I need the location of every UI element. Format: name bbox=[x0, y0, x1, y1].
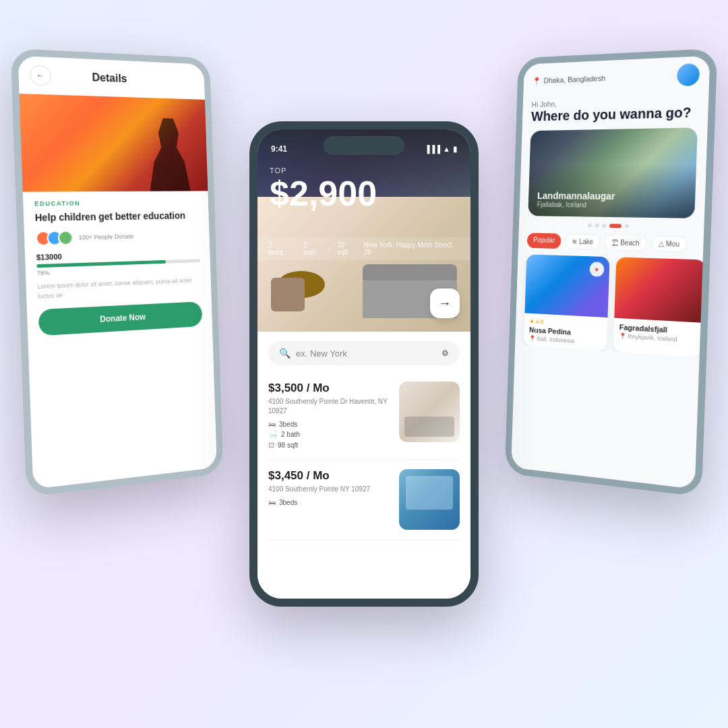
sep1: | bbox=[295, 245, 297, 253]
place-card-1[interactable]: ♥ ★ 4.8 Nusa Pedina 📍 Bali, Indonesia bbox=[524, 254, 610, 351]
notch bbox=[324, 136, 404, 155]
loc-pin-1: 📍 bbox=[528, 335, 535, 342]
mountain-icon: △ bbox=[659, 240, 665, 247]
silhouette bbox=[142, 118, 195, 191]
hero-bath: 2 bath bbox=[303, 241, 322, 256]
search-placeholder: ex. New York bbox=[296, 348, 436, 359]
place-card-2[interactable]: Fagradalsfjall 📍 Reykjavik, Iceland bbox=[613, 257, 703, 357]
right-greeting: Hi John, Where do you wanna go? bbox=[522, 92, 709, 131]
listing-beds-2: 🛏 3beds bbox=[268, 498, 391, 506]
bath-icon-1: 🛁 bbox=[268, 430, 278, 439]
campaign-title: Help children get better education bbox=[35, 210, 200, 224]
right-phone-content: 📍 Dhaka, Bangladesh Hi John, Where do yo… bbox=[511, 56, 710, 489]
back-button[interactable]: ← bbox=[30, 65, 51, 86]
hero-text: TOP $2,900 bbox=[270, 166, 377, 211]
left-phone-content: ← Details EDUCATION Help children get be… bbox=[18, 56, 217, 489]
wifi-icon: ▲ bbox=[443, 145, 450, 153]
room-chair bbox=[271, 278, 305, 311]
phone-center: 9:41 ▐▐▐ ▲ ▮ TOP $2,900 2 beds | 2 b bbox=[249, 121, 479, 607]
pin-icon: 📍 bbox=[533, 76, 541, 85]
beach-icon: ⛱ bbox=[611, 239, 618, 246]
place-image-1: ♥ bbox=[524, 254, 609, 317]
hero-sqft: 39 sqft bbox=[337, 241, 357, 256]
listing-features-2: 🛏 3beds bbox=[268, 498, 391, 506]
listing-card-2[interactable]: $3,450 / Mo 4100 Southernly Pointe NY 10… bbox=[268, 460, 460, 540]
hero-address: New York, Happy Meth Strect 29 bbox=[364, 241, 460, 256]
dot-5 bbox=[625, 224, 629, 228]
listing-address-1: 4100 Southernly Pointe Dr Haverstr, NY 1… bbox=[268, 397, 391, 416]
filter-tab-lake[interactable]: ≋ Lake bbox=[565, 234, 601, 250]
listing-thumbnail-1 bbox=[399, 382, 460, 442]
dot-1 bbox=[588, 223, 592, 227]
listing-features-1: 🛏 3beds 🛁 2 bath ⊡ 98 sqft bbox=[268, 420, 391, 450]
listing-price-2: $3,450 / Mo bbox=[268, 469, 391, 483]
donor-avatar-3 bbox=[58, 231, 73, 246]
loc-pin-2: 📍 bbox=[619, 332, 626, 340]
listing-address-2: 4100 Southernly Pointe NY 10927 bbox=[268, 485, 391, 494]
hero-price: $2,900 bbox=[270, 176, 377, 211]
status-time: 9:41 bbox=[271, 144, 287, 154]
right-header: 📍 Dhaka, Bangladesh bbox=[523, 56, 710, 98]
location-row: 📍 Dhaka, Bangladesh bbox=[533, 73, 606, 85]
hero-arrow-button[interactable]: → bbox=[430, 289, 460, 318]
lake-icon: ≋ bbox=[572, 238, 578, 245]
heart-icon-1[interactable]: ♥ bbox=[589, 262, 604, 277]
user-avatar[interactable] bbox=[677, 63, 700, 86]
listing-bath-1: 🛁 2 bath bbox=[268, 430, 391, 439]
left-header: ← Details bbox=[18, 56, 205, 100]
listing-price-1: $3,500 / Mo bbox=[268, 382, 391, 395]
star-icon: ★ bbox=[529, 318, 535, 325]
arrow-icon: → bbox=[439, 297, 451, 311]
carousel-dots bbox=[519, 222, 704, 230]
listing-beds-1: 🛏 3beds bbox=[268, 420, 391, 428]
sqft-icon-1: ⊡ bbox=[268, 441, 274, 450]
dot-4-active bbox=[609, 224, 621, 228]
battery-icon: ▮ bbox=[453, 145, 457, 154]
signal-icon: ▐▐▐ bbox=[425, 145, 440, 153]
destination-card[interactable]: Landmannalaugar Fjallabak, Iceland bbox=[528, 127, 698, 218]
filter-tab-mountain[interactable]: △ Mou bbox=[650, 235, 688, 252]
hero-beds: 2 beds bbox=[268, 241, 289, 256]
description-text: Lorem ipsum dolor sit amet, conse aliqua… bbox=[37, 276, 201, 301]
left-body: EDUCATION Help children get better educa… bbox=[23, 191, 213, 345]
destination-label: Landmannalaugar Fjallabak, Iceland bbox=[537, 190, 615, 209]
back-icon: ← bbox=[36, 71, 45, 81]
status-icons: ▐▐▐ ▲ ▮ bbox=[425, 145, 457, 154]
donor-avatars bbox=[36, 231, 69, 247]
filter-icon[interactable]: ⚙ bbox=[442, 348, 449, 358]
dot-2 bbox=[595, 224, 599, 228]
listings-section: $3,500 / Mo 4100 Southernly Pointe Dr Ha… bbox=[257, 372, 471, 599]
search-bar[interactable]: 🔍 ex. New York ⚙ bbox=[268, 341, 460, 365]
place-info-2: Fagradalsfjall 📍 Reykjavik, Iceland bbox=[613, 318, 703, 350]
listing-info-2: $3,450 / Mo 4100 Southernly Pointe NY 10… bbox=[268, 469, 391, 530]
bed-icon-2: 🛏 bbox=[268, 498, 276, 506]
details-title: Details bbox=[92, 71, 127, 85]
top-label: TOP bbox=[270, 166, 377, 175]
search-section: 🔍 ex. New York ⚙ bbox=[257, 332, 471, 372]
destination-sub: Fjallabak, Iceland bbox=[537, 201, 615, 209]
location-text: Dhaka, Bangladesh bbox=[543, 74, 605, 85]
listing-sqft-1: ⊡ 98 sqft bbox=[268, 441, 391, 450]
listing-info-1: $3,500 / Mo 4100 Southernly Pointe Dr Ha… bbox=[268, 382, 391, 450]
filter-tabs: Popular ≋ Lake ⛱ Beach △ Mou bbox=[518, 233, 704, 253]
donate-button[interactable]: Donate Now bbox=[38, 301, 203, 336]
donors-row: 100+ People Donate bbox=[36, 228, 200, 247]
listing-thumbnail-2 bbox=[399, 469, 460, 530]
place-image-2 bbox=[614, 257, 702, 322]
bed-icon-1: 🛏 bbox=[268, 420, 276, 428]
phone-left: ← Details EDUCATION Help children get be… bbox=[11, 49, 224, 497]
destination-image: Landmannalaugar Fjallabak, Iceland bbox=[528, 127, 698, 218]
destination-name: Landmannalaugar bbox=[537, 190, 615, 202]
search-icon: 🔍 bbox=[279, 348, 291, 359]
left-hero-image bbox=[20, 94, 208, 192]
place-info-1: ★ 4.8 Nusa Pedina 📍 Bali, Indonesia bbox=[524, 313, 608, 351]
phone-right: 📍 Dhaka, Bangladesh Hi John, Where do yo… bbox=[505, 49, 718, 497]
filter-tab-beach[interactable]: ⛱ Beach bbox=[604, 235, 647, 251]
center-phone-content: TOP $2,900 2 beds | 2 bath | 39 sqft New… bbox=[257, 129, 471, 599]
donors-count: 100+ People Donate bbox=[79, 233, 134, 241]
dot-3 bbox=[602, 224, 606, 228]
filter-tab-popular[interactable]: Popular bbox=[527, 233, 562, 249]
sep2: | bbox=[329, 245, 331, 253]
listing-card-1[interactable]: $3,500 / Mo 4100 Southernly Pointe Dr Ha… bbox=[268, 372, 460, 460]
hero-details-bar: 2 beds | 2 bath | 39 sqft New York, Happ… bbox=[257, 237, 471, 260]
